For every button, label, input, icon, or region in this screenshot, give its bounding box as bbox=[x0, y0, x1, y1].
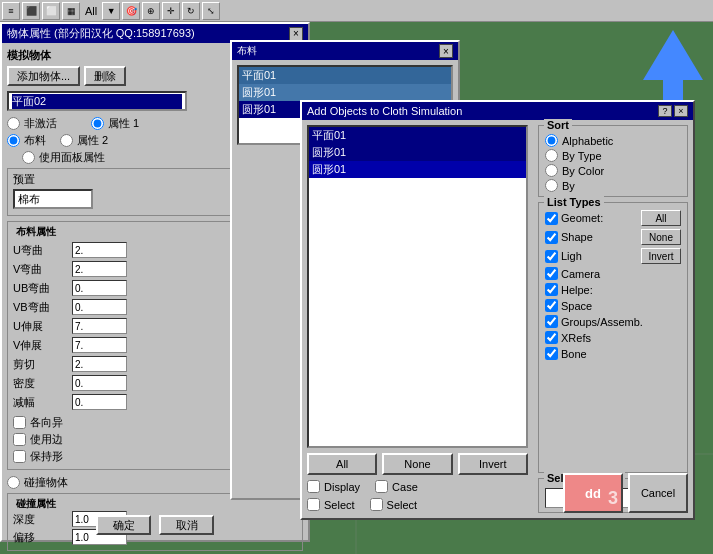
delete-btn[interactable]: 删除 bbox=[84, 66, 126, 86]
bone-checkbox[interactable] bbox=[545, 347, 558, 360]
toolbar-dropdown[interactable]: ▼ bbox=[102, 2, 120, 20]
toolbar-btn-1[interactable]: ⬛ bbox=[22, 2, 40, 20]
toolbar-all-label: All bbox=[85, 5, 97, 17]
none-btn[interactable]: None bbox=[382, 453, 452, 475]
toolbar-btn-3[interactable]: ▦ bbox=[62, 2, 80, 20]
case-check-row: Case bbox=[375, 480, 418, 493]
ub-bend-input[interactable] bbox=[72, 280, 127, 296]
sort-by-radio[interactable] bbox=[545, 179, 558, 192]
property1-label: 属性 1 bbox=[108, 116, 139, 131]
helper-checkbox[interactable] bbox=[545, 283, 558, 296]
add-btn[interactable]: dd 3 bbox=[563, 473, 623, 513]
shape-checkbox[interactable] bbox=[545, 231, 558, 244]
add-object-item-1[interactable]: 平面01 bbox=[309, 127, 526, 144]
geometry-checkbox[interactable] bbox=[545, 212, 558, 225]
invert-btn[interactable]: Invert bbox=[458, 453, 528, 475]
sort-bytype-radio[interactable] bbox=[545, 149, 558, 162]
light-checkbox[interactable] bbox=[545, 250, 558, 263]
aniso-checkbox[interactable] bbox=[13, 416, 26, 429]
sort-alphabetic-row: Alphabetic bbox=[545, 134, 681, 147]
space-type-row: Space bbox=[545, 299, 681, 312]
dialog-cancel-btn[interactable]: Cancel bbox=[628, 473, 688, 513]
sort-section: Sort Alphabetic By Type By Color bbox=[538, 125, 688, 197]
cloth-list-item-1[interactable]: 平面01 bbox=[239, 67, 451, 84]
collision-radio[interactable] bbox=[7, 476, 20, 489]
toolbar-rotate[interactable]: ↻ bbox=[182, 2, 200, 20]
collision-attr-title: 碰撞属性 bbox=[13, 497, 59, 511]
preset-dropdown[interactable]: 棉布 bbox=[13, 189, 93, 209]
camera-check-container: Camera bbox=[545, 267, 681, 280]
cloth-radio[interactable] bbox=[7, 134, 20, 147]
density-input[interactable] bbox=[72, 375, 127, 391]
light-invert-btn[interactable]: Invert bbox=[641, 248, 681, 264]
property2-label: 属性 2 bbox=[77, 133, 108, 148]
dialog-body: 平面01 圆形01 圆形01 All None Invert Display C… bbox=[302, 120, 693, 518]
add-object-item-2[interactable]: 圆形01 bbox=[309, 144, 526, 161]
select1-check-row: Select bbox=[307, 498, 355, 511]
use-edge-label: 使用边 bbox=[30, 432, 63, 447]
xrefs-checkbox[interactable] bbox=[545, 331, 558, 344]
add-object-item-3[interactable]: 圆形01 bbox=[309, 161, 526, 178]
vb-bend-input[interactable] bbox=[72, 299, 127, 315]
u-stretch-input[interactable] bbox=[72, 318, 127, 334]
space-check-container: Space bbox=[545, 299, 681, 312]
sort-bycolor-row: By Color bbox=[545, 164, 681, 177]
toolbar-target[interactable]: 🎯 bbox=[122, 2, 140, 20]
add-objects-list[interactable]: 平面01 圆形01 圆形01 bbox=[307, 125, 528, 448]
filter-checkboxes-row1: Display Case bbox=[307, 480, 528, 495]
select2-checkbox[interactable] bbox=[370, 498, 383, 511]
select1-label: Select bbox=[324, 499, 355, 511]
space-checkbox[interactable] bbox=[545, 299, 558, 312]
inactive-radio[interactable] bbox=[7, 117, 20, 130]
object-list-box[interactable]: 平面02 bbox=[7, 91, 187, 111]
main-panel-close-btn[interactable]: × bbox=[289, 27, 303, 41]
sort-alphabetic-label: Alphabetic bbox=[562, 135, 613, 147]
cloth-list-item-2[interactable]: 圆形01 bbox=[239, 84, 451, 101]
dialog-title-buttons: ? × bbox=[658, 105, 688, 117]
dialog-right-panel: Sort Alphabetic By Type By Color bbox=[533, 120, 693, 518]
shear-input[interactable] bbox=[72, 356, 127, 372]
cancel-btn[interactable]: 取消 bbox=[159, 515, 214, 535]
list-types-section: List Types Geomet: All Shape bbox=[538, 202, 688, 473]
camera-checkbox[interactable] bbox=[545, 267, 558, 280]
select1-checkbox[interactable] bbox=[307, 498, 320, 511]
property1-radio[interactable] bbox=[91, 117, 104, 130]
geometry-all-btn[interactable]: All bbox=[641, 210, 681, 226]
geometry-type-row: Geomet: All bbox=[545, 210, 681, 226]
shape-type-row: Shape None bbox=[545, 229, 681, 245]
toolbar-scale[interactable]: ⤡ bbox=[202, 2, 220, 20]
display-check-row: Display bbox=[307, 480, 360, 493]
property2-radio[interactable] bbox=[60, 134, 73, 147]
toolbar-magnet[interactable]: ⊕ bbox=[142, 2, 160, 20]
sort-bycolor-radio[interactable] bbox=[545, 164, 558, 177]
use-edge-checkbox[interactable] bbox=[13, 433, 26, 446]
shape-none-btn[interactable]: None bbox=[641, 229, 681, 245]
camera-label: Camera bbox=[561, 268, 600, 280]
add-object-btn[interactable]: 添加物体... bbox=[7, 66, 80, 86]
usepanel-label: 使用面板属性 bbox=[39, 150, 105, 165]
dialog-help-btn[interactable]: ? bbox=[658, 105, 672, 117]
toolbar-btn-2[interactable]: ⬜ bbox=[42, 2, 60, 20]
keep-shape-checkbox[interactable] bbox=[13, 450, 26, 463]
aniso-label: 各向异 bbox=[30, 415, 63, 430]
display-checkbox[interactable] bbox=[307, 480, 320, 493]
v-bend-input[interactable] bbox=[72, 261, 127, 277]
main-panel-title-text: 物体属性 (部分阳汉化 QQ:158917693) bbox=[7, 26, 195, 41]
all-btn[interactable]: All bbox=[307, 453, 377, 475]
toolbar-menu[interactable]: ≡ bbox=[2, 2, 20, 20]
usepanel-radio[interactable] bbox=[22, 151, 35, 164]
groups-checkbox[interactable] bbox=[545, 315, 558, 328]
case-label: Case bbox=[392, 481, 418, 493]
ok-btn[interactable]: 确定 bbox=[96, 515, 151, 535]
damping-input[interactable] bbox=[72, 394, 127, 410]
light-type-row: Ligh Invert bbox=[545, 248, 681, 264]
u-bend-input[interactable] bbox=[72, 242, 127, 258]
bone-check-container: Bone bbox=[545, 347, 681, 360]
light-check-container: Ligh bbox=[545, 250, 637, 263]
cloth-panel-close[interactable]: × bbox=[439, 44, 453, 58]
v-stretch-input[interactable] bbox=[72, 337, 127, 353]
case-checkbox[interactable] bbox=[375, 480, 388, 493]
dialog-close-btn[interactable]: × bbox=[674, 105, 688, 117]
sort-alphabetic-radio[interactable] bbox=[545, 134, 558, 147]
toolbar-move[interactable]: ✛ bbox=[162, 2, 180, 20]
